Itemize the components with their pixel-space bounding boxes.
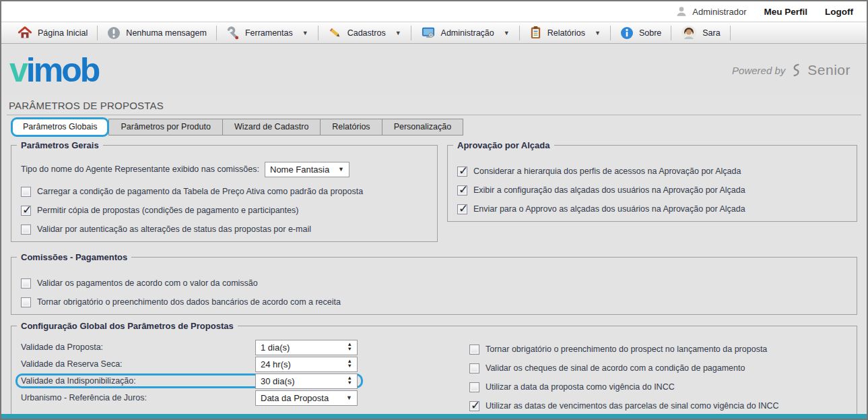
toolbar-divider — [411, 26, 411, 40]
urbanismo-referencia-juros-select[interactable]: Data da Proposta ▼ — [255, 390, 358, 406]
spinner-arrows-icon[interactable]: ▲▼ — [347, 342, 352, 352]
toolbar-divider — [671, 26, 671, 40]
group-legend: Aprovação por Alçada — [453, 140, 554, 150]
chevron-down-icon: ▼ — [302, 30, 308, 36]
field-row-validade-proposta: Validade da Proposta: 1 dia(s) ▲▼ — [15, 340, 363, 355]
checkbox[interactable] — [21, 297, 31, 307]
toolbar-divider — [610, 26, 611, 40]
tab-parametros-por-produto[interactable]: Parâmetros por Produto — [108, 119, 222, 136]
toolbar-item-user-sara[interactable]: Sara — [673, 24, 728, 42]
alert-icon — [107, 26, 121, 40]
my-profile-link[interactable]: Meu Perfil — [764, 7, 808, 17]
field-label: Validade da Indisponibilização: — [21, 376, 255, 386]
group-aprovacao-por-alcada: Aprovação por Alçada Considerar a hierar… — [447, 145, 857, 222]
checkbox[interactable] — [469, 363, 479, 373]
checkbox-row[interactable]: Tornar obrigatório o preenchimento dos d… — [21, 293, 847, 311]
toolbar-item-administracao[interactable]: Administração ▼ — [413, 24, 518, 42]
tab-wizard-de-cadastro[interactable]: Wizard de Cadastro — [222, 119, 321, 136]
spinner-arrows-icon[interactable]: ▲▼ — [347, 376, 352, 386]
checkbox-row[interactable]: Carregar a condição de pagamento da Tabe… — [21, 182, 428, 201]
main-toolbar: Página Inicial Nenhuma mensagem Ferramen… — [1, 22, 867, 44]
checkbox-label: Validar por autenticação as alterações d… — [37, 224, 311, 234]
senior-brand-label: Senior — [807, 62, 850, 78]
toolbar-item-relatorios[interactable]: Relatórios ▼ — [521, 24, 609, 42]
tab-strip: Parâmetros Globais Parâmetros por Produt… — [11, 117, 857, 137]
checkbox-label: Exibir a configuração das alçadas dos us… — [473, 185, 745, 195]
checkbox-row[interactable]: Exibir a configuração das alçadas dos us… — [457, 181, 847, 200]
wrench-icon — [226, 26, 240, 40]
checkbox-row[interactable]: Validar os pagamentos de acordo com o va… — [21, 274, 847, 293]
tab-relatorios[interactable]: Relatórios — [320, 119, 382, 136]
checkbox-label: Permitir cópia de propostas (condições d… — [37, 206, 298, 215]
spinner-value: 30 dia(s) — [261, 376, 295, 386]
tab-content: Parâmetros Gerais Tipo do nome do Agente… — [1, 137, 867, 419]
validade-proposta-spinner[interactable]: 1 dia(s) ▲▼ — [255, 340, 358, 355]
spinner-arrows-icon[interactable]: ▲▼ — [347, 359, 352, 369]
checkbox-row[interactable]: Validar os cheques de sinal de acordo co… — [469, 359, 779, 378]
tab-label: Parâmetros Globais — [23, 122, 97, 131]
person-icon — [675, 5, 688, 18]
tab-personalizacao[interactable]: Personalização — [382, 119, 463, 136]
logo-rest: imob — [26, 51, 98, 89]
spinner-value: 24 hr(s) — [261, 359, 291, 369]
toolbar-item-label: Página Inicial — [38, 28, 88, 38]
spinner-value: 1 dia(s) — [261, 342, 290, 353]
checkbox[interactable] — [21, 187, 31, 197]
checkbox-label: Tornar obrigatório o preenchimento dos d… — [37, 297, 341, 307]
validade-indisponibilizacao-spinner[interactable]: 30 dia(s) ▲▼ — [255, 373, 358, 389]
checkbox-row[interactable]: Enviar para o Approvo as alçadas dos usu… — [457, 200, 847, 218]
toolbar-divider — [730, 26, 731, 40]
tab-parametros-globais[interactable]: Parâmetros Globais — [11, 117, 109, 137]
toolbar-divider — [318, 26, 319, 40]
agente-nome-select[interactable]: Nome Fantasia ▼ — [265, 162, 349, 177]
chevron-down-icon: ▼ — [346, 394, 352, 401]
group-parametros-gerais: Parâmetros Gerais Tipo do nome do Agente… — [11, 145, 438, 242]
vimob-logo: vimob — [9, 53, 98, 87]
checkbox-row[interactable]: Considerar a hierarquia dos perfis de ac… — [457, 162, 847, 181]
tab-label: Parâmetros por Produto — [121, 122, 210, 131]
chevron-down-icon: ▼ — [504, 30, 510, 36]
toolbar-divider — [97, 26, 98, 40]
logo-v: v — [9, 51, 26, 89]
field-row-urbanismo-referencia-juros: Urbanismo - Referência de Juros: Data da… — [15, 390, 363, 405]
field-row-validade-reserva-seca: Validade da Reserva Seca: 24 hr(s) ▲▼ — [15, 357, 363, 371]
toolbar-item-ferramentas[interactable]: Ferramentas ▼ — [218, 24, 316, 42]
checkbox[interactable] — [469, 344, 479, 355]
checkbox[interactable] — [21, 224, 31, 235]
toolbar-item-sobre[interactable]: Sobre — [612, 24, 669, 42]
checkbox-row[interactable]: Validar por autenticação as alterações d… — [21, 220, 428, 239]
checkbox[interactable] — [21, 206, 31, 216]
toolbar-item-cadastros[interactable]: Cadastros ▼ — [320, 24, 409, 42]
app-window: Administrador Meu Perfil Logoff Página I… — [0, 0, 868, 420]
checkbox[interactable] — [469, 401, 479, 411]
checkbox[interactable] — [457, 167, 467, 177]
checkbox-row[interactable]: Utilizar as datas de vencimentos das par… — [469, 396, 779, 415]
checkbox[interactable] — [457, 204, 467, 214]
bottom-accent-bar — [1, 414, 867, 419]
toolbar-item-home[interactable]: Página Inicial — [9, 24, 96, 42]
toolbar-item-messages[interactable]: Nenhuma mensagem — [99, 24, 215, 42]
chevron-down-icon: ▼ — [595, 30, 601, 36]
checkbox-row[interactable]: Permitir cópia de propostas (condições d… — [21, 201, 428, 220]
toolbar-item-label: Ferramentas — [245, 28, 293, 38]
toolbar-item-label: Nenhuma mensagem — [126, 28, 207, 38]
toolbar-divider — [216, 26, 217, 40]
checkbox-row[interactable]: Tornar obrigatório o preenchimento do pr… — [469, 340, 779, 359]
monitor-icon — [421, 26, 436, 40]
checkbox-row[interactable]: Utilizar a data da proposta como vigênci… — [469, 378, 779, 396]
user-bar: Administrador Meu Perfil Logoff — [1, 1, 867, 22]
tab-label: Relatórios — [332, 122, 370, 131]
brand-band: vimob Powered by Senior — [1, 44, 867, 96]
validade-reserva-seca-spinner[interactable]: 24 hr(s) ▲▼ — [255, 357, 358, 372]
toolbar-item-label: Administração — [441, 28, 494, 38]
logoff-link[interactable]: Logoff — [825, 7, 853, 17]
home-icon — [18, 26, 32, 40]
title-bar: PARÂMETROS DE PROPOSTAS — [7, 96, 861, 115]
config-left-column: Validade da Proposta: 1 dia(s) ▲▼ Valida… — [21, 340, 368, 405]
toolbar-item-label: Sobre — [639, 28, 661, 38]
checkbox[interactable] — [21, 278, 31, 289]
toolbar-item-label: Relatórios — [547, 28, 585, 38]
checkbox[interactable] — [469, 382, 479, 392]
checkbox[interactable] — [457, 185, 467, 196]
checkbox-label: Enviar para o Approvo as alçadas dos usu… — [473, 204, 745, 214]
